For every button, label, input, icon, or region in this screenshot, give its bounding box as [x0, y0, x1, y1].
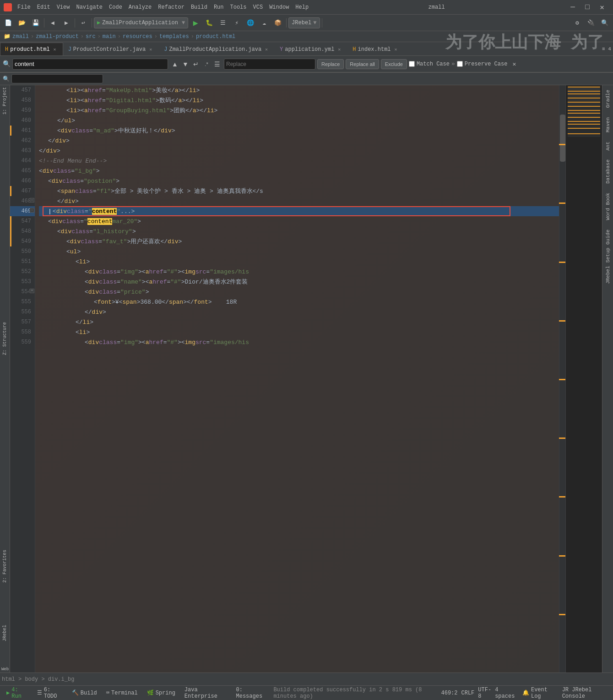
- code-line-465[interactable]: <div class="i_bg">: [39, 166, 602, 176]
- jrebel-dropdown[interactable]: JRebel ▼: [288, 17, 320, 28]
- plugins-button[interactable]: 🔌: [585, 16, 597, 29]
- code-line-458[interactable]: <li><a href="Digital.html">数码</a></li>: [39, 95, 602, 105]
- code-line-466[interactable]: <div class="postion">: [39, 176, 602, 186]
- path-zmall[interactable]: zmall: [12, 33, 29, 40]
- match-case-checkbox[interactable]: [409, 61, 415, 67]
- menu-help[interactable]: Help: [293, 3, 311, 11]
- path-resources[interactable]: resources: [123, 33, 152, 40]
- menu-file[interactable]: File: [15, 3, 33, 11]
- code-line-555[interactable]: <font>¥<span>368.00</span></font> 18R: [39, 297, 602, 307]
- minimize-button[interactable]: ─: [565, 0, 580, 15]
- java-ent-status-item[interactable]: Java Enterprise: [182, 686, 230, 700]
- fold-icon-468[interactable]: -: [30, 198, 34, 202]
- filter-input[interactable]: [14, 76, 101, 82]
- menu-analyze[interactable]: Analyze: [126, 3, 154, 11]
- replace-input-wrapper[interactable]: [224, 59, 315, 70]
- search-filter-button[interactable]: ☰: [212, 59, 222, 69]
- wordbook-tab[interactable]: Word Book: [604, 190, 612, 223]
- jrebel-console-item[interactable]: JR JRebel Console: [559, 686, 609, 700]
- search-everywhere-button[interactable]: 🔍: [598, 16, 611, 29]
- back-button[interactable]: ◀: [46, 16, 59, 29]
- messages-status-item[interactable]: 0: Messages: [233, 686, 270, 700]
- todo-status-item[interactable]: ☰ 6: TODO: [34, 686, 65, 700]
- settings-button[interactable]: ⚙: [571, 16, 584, 29]
- code-line-551[interactable]: <li>: [39, 257, 602, 267]
- match-case-label[interactable]: Match Case: [417, 61, 450, 67]
- menu-navigate[interactable]: Navigate: [73, 3, 105, 11]
- gradle-tab[interactable]: Gradle: [604, 87, 612, 111]
- menu-run[interactable]: Run: [211, 3, 227, 11]
- tab-zmall-app[interactable]: J ZmallProductApplication.java ✕: [159, 43, 275, 55]
- code-line-558[interactable]: <li>: [39, 327, 602, 337]
- menu-edit[interactable]: Edit: [34, 3, 53, 11]
- tab-close-index[interactable]: ✕: [393, 46, 399, 53]
- vertical-scrollbar[interactable]: [559, 85, 565, 673]
- search-input-wrapper[interactable]: [12, 59, 168, 70]
- menu-vcs[interactable]: VCS: [250, 3, 266, 11]
- menu-code[interactable]: Code: [106, 3, 125, 11]
- search-prev-button[interactable]: ▲: [170, 59, 180, 69]
- debug-button[interactable]: 🐛: [203, 16, 216, 29]
- path-src[interactable]: src: [86, 33, 96, 40]
- search-wordwrap-button[interactable]: ↵: [191, 59, 201, 69]
- menu-window[interactable]: Window: [266, 3, 292, 11]
- profile-button[interactable]: ⚡: [230, 16, 243, 29]
- maximize-button[interactable]: □: [580, 0, 595, 15]
- code-line-554[interactable]: <div class="price">: [39, 287, 602, 297]
- path-main[interactable]: main: [103, 33, 116, 40]
- code-line-552[interactable]: <div class="img"><a href="#"><img src="i…: [39, 267, 602, 277]
- filter-input-wrapper[interactable]: [11, 74, 103, 83]
- toolbar-btn7[interactable]: 📦: [271, 16, 284, 29]
- code-line-457[interactable]: <li><a href="MakeUp.html">美妆</a></li>: [39, 85, 602, 95]
- menu-refactor[interactable]: Refactor: [155, 3, 187, 11]
- database-tab[interactable]: Database: [604, 157, 612, 186]
- code-line-459[interactable]: <li><a href="GroupBuying.html">团购</a></l…: [39, 105, 602, 115]
- code-line-463[interactable]: </div>: [39, 146, 602, 156]
- open-button[interactable]: 📂: [16, 16, 28, 29]
- tab-close-yml[interactable]: ✕: [336, 46, 342, 53]
- code-line-550[interactable]: <ul>: [39, 246, 602, 257]
- save-button[interactable]: 💾: [29, 16, 42, 29]
- menu-bar[interactable]: File Edit View Navigate Code Analyze Ref…: [15, 3, 311, 11]
- code-line-468[interactable]: </div>: [39, 196, 602, 206]
- path-zmall-product[interactable]: zmall-product: [36, 33, 79, 40]
- code-line-556[interactable]: </div>: [39, 307, 602, 317]
- project-dropdown[interactable]: ▶ ZmallProductApplication ▼: [94, 17, 188, 28]
- code-line-467[interactable]: <span class="fl">全部 > 美妆个护 > 香水 > 迪奥 > 迪…: [39, 186, 602, 196]
- preserve-case-checkbox[interactable]: [457, 61, 463, 67]
- code-line-548[interactable]: <div class="l_history">: [39, 226, 602, 236]
- tab-close-controller[interactable]: ✕: [147, 46, 154, 53]
- search-options-expand[interactable]: »: [451, 60, 455, 67]
- spring-status-item[interactable]: 🌿 Spring: [144, 689, 178, 697]
- structure-panel-label[interactable]: Z: Structure: [1, 320, 8, 357]
- jrebel-guide-tab[interactable]: JRebel Setup Guide: [604, 227, 612, 287]
- ant-tab[interactable]: Ant: [604, 139, 612, 153]
- project-panel-label[interactable]: 1: Project: [1, 85, 8, 116]
- replace-input[interactable]: [226, 61, 313, 67]
- web-panel-label[interactable]: Web: [0, 666, 10, 673]
- tab-close-product[interactable]: ✕: [52, 46, 58, 53]
- forward-button[interactable]: ▶: [60, 16, 73, 29]
- menu-build[interactable]: Build: [188, 3, 210, 11]
- replace-button[interactable]: Replace: [317, 59, 344, 69]
- code-line-547[interactable]: <div class="content mar_20">: [39, 216, 602, 226]
- run-status-item[interactable]: ▶ 4: Run: [4, 686, 31, 700]
- run-project-button[interactable]: ▶: [189, 16, 202, 29]
- toolbar-btn5[interactable]: 🌐: [244, 16, 257, 29]
- tab-index-html[interactable]: H index.html ✕: [347, 43, 404, 55]
- code-line-559[interactable]: <div class="img"><a href="#"><img src="i…: [39, 337, 602, 347]
- encoding-info[interactable]: UTF-8: [478, 687, 491, 700]
- code-line-557[interactable]: </li>: [39, 317, 602, 327]
- code-line-460[interactable]: </ul>: [39, 115, 602, 126]
- build-status-item[interactable]: 🔨 Build: [69, 689, 100, 697]
- fold-icon-469[interactable]: -: [30, 208, 34, 213]
- jrebel-panel-label[interactable]: JRebel: [1, 623, 8, 643]
- tab-product-controller[interactable]: J ProductController.java ✕: [63, 43, 159, 55]
- position-info[interactable]: 469:2: [441, 690, 457, 696]
- exclude-button[interactable]: Exclude: [381, 59, 407, 69]
- search-next-button[interactable]: ▼: [180, 59, 190, 69]
- code-line-549[interactable]: <div class="fav_t">用户还喜欢</div>: [39, 236, 602, 246]
- terminal-status-item[interactable]: ⌨ Terminal: [103, 689, 141, 697]
- tab-application-yml[interactable]: Y application.yml ✕: [275, 43, 347, 55]
- code-line-462[interactable]: </div>: [39, 136, 602, 146]
